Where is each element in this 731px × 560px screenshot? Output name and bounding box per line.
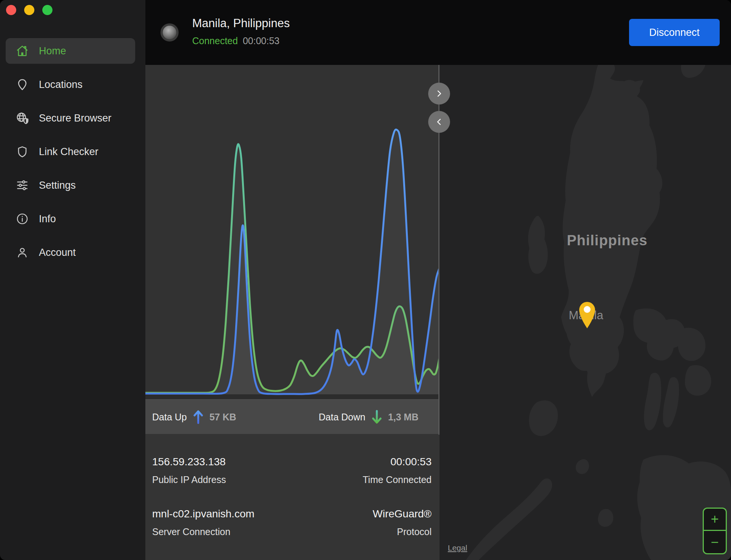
sidebar-item-locations[interactable]: Locations	[6, 72, 135, 97]
data-up-value: 57 KB	[210, 412, 236, 423]
collapse-panel-button[interactable]	[428, 111, 450, 133]
home-icon	[15, 44, 29, 58]
map-zoom-control: + −	[703, 508, 727, 554]
sidebar-item-label: Account	[39, 247, 76, 258]
data-down-label: Data Down	[319, 412, 366, 423]
server-connection-label: Server Connection	[152, 526, 254, 537]
connection-details-panel: 156.59.233.138 Public IP Address 00:00:5…	[145, 434, 440, 560]
data-up-label: Data Up	[152, 412, 187, 423]
server-connection-value: mnl-c02.ipvanish.com	[152, 508, 254, 520]
data-up-blue-area	[145, 129, 440, 394]
legal-link[interactable]: Legal	[448, 543, 467, 552]
data-down-value: 1,3 MB	[388, 412, 419, 423]
sidebar-item-label: Info	[39, 213, 56, 225]
window-controls	[6, 5, 52, 15]
zoom-window-button[interactable]	[42, 5, 52, 15]
connection-status-indicator	[160, 23, 179, 42]
data-up-stat: Data Up 57 KB	[152, 400, 236, 434]
sidebar-item-account[interactable]: Account	[6, 240, 135, 265]
chevron-right-icon	[435, 89, 444, 98]
vpn-app-window: Home Locations Secure Browser	[0, 0, 731, 560]
public-ip-cell: 156.59.233.138 Public IP Address	[152, 456, 226, 485]
sidebar-item-secure-browser[interactable]: Secure Browser	[6, 105, 135, 131]
sidebar-item-link-checker[interactable]: Link Checker	[6, 139, 135, 165]
map-pin-icon	[578, 301, 597, 329]
minimize-window-button[interactable]	[24, 5, 34, 15]
globe-shield-icon	[15, 111, 29, 125]
location-pin-icon	[15, 78, 29, 91]
traffic-chart	[145, 65, 440, 399]
details-row: mnl-c02.ipvanish.com Server Connection W…	[152, 508, 432, 537]
status-text: Connected	[192, 35, 238, 46]
sidebar-nav: Home Locations Secure Browser	[6, 38, 135, 265]
connection-status-line: Connected 00:00:53	[192, 35, 279, 46]
shield-icon	[15, 145, 29, 158]
connected-location: Manila, Philippines	[192, 17, 290, 30]
disconnect-button[interactable]: Disconnect	[629, 19, 720, 46]
status-timer: 00:00:53	[243, 35, 279, 46]
sidebar-item-settings[interactable]: Settings	[6, 172, 135, 198]
details-row: 156.59.233.138 Public IP Address 00:00:5…	[152, 456, 432, 485]
arrow-down-icon	[371, 409, 382, 425]
data-down-stat: Data Down 1,3 MB	[319, 400, 418, 434]
sidebar-item-label: Link Checker	[39, 146, 99, 158]
protocol-value: WireGuard®	[373, 508, 432, 520]
protocol-cell: WireGuard® Protocol	[373, 508, 432, 537]
time-connected-label: Time Connected	[363, 474, 432, 485]
map-zoom-out-button[interactable]: −	[704, 531, 726, 553]
public-ip-label: Public IP Address	[152, 474, 226, 485]
sidebar-item-home[interactable]: Home	[6, 38, 135, 64]
expand-panel-button[interactable]	[428, 83, 450, 105]
sidebar-item-label: Secure Browser	[39, 112, 111, 124]
sidebar-item-label: Home	[39, 45, 66, 57]
connection-header: Manila, Philippines Connected 00:00:53 D…	[145, 0, 731, 65]
traffic-panel: Data Up 57 KB Data Down 1,3 MB	[145, 65, 440, 560]
sidebar: Home Locations Secure Browser	[0, 0, 145, 560]
server-connection-cell: mnl-c02.ipvanish.com Server Connection	[152, 508, 254, 537]
map-country-label: Philippines	[567, 232, 648, 249]
close-window-button[interactable]	[6, 5, 16, 15]
protocol-label: Protocol	[373, 526, 432, 537]
user-icon	[15, 246, 29, 259]
arrow-up-icon	[193, 409, 204, 425]
time-connected-value: 00:00:53	[363, 456, 432, 468]
time-connected-cell: 00:00:53 Time Connected	[363, 456, 432, 485]
sidebar-item-info[interactable]: Info	[6, 206, 135, 232]
info-icon	[15, 212, 29, 226]
sidebar-item-label: Locations	[39, 79, 83, 91]
chart-axis-strip	[145, 394, 440, 399]
sidebar-item-label: Settings	[39, 180, 76, 191]
map-zoom-in-button[interactable]: +	[704, 509, 726, 531]
chevron-left-icon	[435, 117, 444, 126]
sliders-icon	[15, 178, 29, 192]
public-ip-value: 156.59.233.138	[152, 456, 226, 468]
data-stats-bar: Data Up 57 KB Data Down 1,3 MB	[145, 399, 440, 434]
map-panel[interactable]: Philippines Manila Legal + −	[440, 65, 731, 560]
